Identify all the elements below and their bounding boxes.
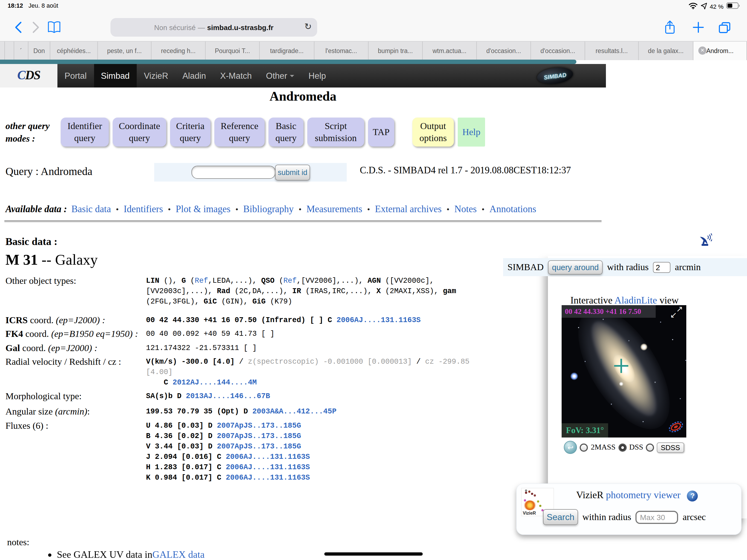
browser-tab[interactable]: resultats.l... bbox=[585, 42, 639, 60]
cds-logo[interactable]: CDS bbox=[0, 64, 57, 87]
radio-sdss[interactable] bbox=[646, 443, 654, 452]
tap-button[interactable]: TAP bbox=[368, 118, 394, 147]
value-text bbox=[146, 378, 164, 387]
available-data-link[interactable]: • bbox=[482, 205, 485, 214]
available-data-link[interactable]: • bbox=[116, 205, 119, 214]
available-data-link[interactable]: • bbox=[235, 205, 238, 214]
available-data-link[interactable]: • bbox=[367, 205, 370, 214]
submit-id-button[interactable]: submit id bbox=[275, 164, 310, 180]
aladin-logo[interactable] bbox=[668, 421, 684, 435]
radio-dss[interactable] bbox=[618, 443, 626, 452]
fov-label: FoV: 3.31° bbox=[562, 423, 609, 437]
value-text: (), bbox=[159, 277, 182, 285]
available-data-link[interactable]: External archives bbox=[375, 203, 442, 215]
nav-help[interactable]: Help bbox=[301, 64, 333, 87]
nav-other[interactable]: Other bbox=[259, 64, 302, 87]
browser-tab[interactable]: Don bbox=[28, 42, 50, 60]
cds-navbar: CDS Portal Simbad VizieR Aladin X-Match … bbox=[0, 64, 606, 87]
radio-telescope-icon[interactable] bbox=[699, 232, 712, 248]
vizier-radius-input[interactable] bbox=[636, 510, 678, 524]
aladin-title-post: view bbox=[657, 295, 679, 306]
close-tab-icon[interactable]: ✕ bbox=[698, 47, 706, 55]
coordinate-query-button[interactable]: Coordinate query bbox=[113, 118, 166, 147]
browser-tab[interactable]: d'occasion... bbox=[477, 42, 531, 60]
nav-aladin[interactable]: Aladin bbox=[175, 64, 213, 87]
bookmarks-icon[interactable] bbox=[47, 20, 61, 35]
identifier-input[interactable] bbox=[191, 166, 276, 179]
nav-vizier[interactable]: VizieR bbox=[137, 64, 175, 87]
browser-tab[interactable] bbox=[0, 42, 5, 60]
radio-2mass[interactable] bbox=[580, 443, 588, 452]
available-data-link[interactable]: Notes bbox=[455, 203, 477, 215]
browser-tab[interactable]: tardigrade... bbox=[260, 42, 314, 60]
query-bar: Query : Andromeda submit id C.D.S. - SIM… bbox=[0, 163, 747, 185]
url-field[interactable]: Non sécurisé — simbad.u-strasbg.fr ↻ bbox=[110, 18, 317, 36]
row-angular-size: Angular size (arcmin): 199.53 70.79 35 (… bbox=[5, 406, 547, 417]
vizier-search-row: Search within radius arcsec bbox=[543, 509, 738, 525]
value-text: 00 40 00.092 +40 59 41.73 [ ] bbox=[146, 330, 275, 338]
help-button[interactable]: Help bbox=[458, 118, 485, 147]
browser-tab[interactable] bbox=[5, 42, 14, 60]
survey-sdss-button[interactable]: SDSS bbox=[657, 442, 684, 453]
inactive-tabs: ´Doncéphéides...peste, un f...receding h… bbox=[0, 42, 693, 60]
value-text: z(spectroscopic) -0.001000 [0.000013] bbox=[248, 358, 412, 366]
value-text: C bbox=[164, 378, 173, 387]
reload-icon[interactable]: ↻ bbox=[304, 21, 312, 32]
tabs-overview-icon[interactable] bbox=[718, 20, 732, 35]
back-button[interactable] bbox=[11, 20, 25, 35]
photometry-viewer-link[interactable]: photometry viewer bbox=[606, 489, 680, 501]
page-title: Andromeda bbox=[0, 89, 606, 104]
nav-portal[interactable]: Portal bbox=[57, 64, 94, 87]
new-tab-icon[interactable] bbox=[691, 20, 705, 35]
script-submission-button[interactable]: Script submission bbox=[307, 118, 364, 147]
reference-query-button[interactable]: Reference query bbox=[214, 118, 265, 147]
value-text: IR bbox=[292, 287, 301, 295]
value-text: / bbox=[239, 358, 248, 366]
browser-tab[interactable]: bumpin tra... bbox=[368, 42, 423, 60]
output-options-button[interactable]: Output options bbox=[412, 118, 454, 147]
share-icon[interactable] bbox=[663, 20, 677, 35]
home-indicator[interactable] bbox=[324, 552, 423, 556]
available-data-link[interactable]: Measurements bbox=[307, 203, 362, 215]
browser-tab[interactable]: peste, un f... bbox=[98, 42, 152, 60]
note-text: See GALEX UV data in bbox=[57, 549, 152, 560]
value-text: ( bbox=[275, 277, 283, 285]
identifier-query-button[interactable]: Identifier query bbox=[61, 118, 109, 147]
criteria-query-button[interactable]: Criteria query bbox=[170, 118, 210, 147]
available-data-link[interactable]: Basic data bbox=[71, 203, 111, 215]
undo-button[interactable]: ↩ bbox=[564, 441, 577, 454]
browser-tab[interactable]: receding h... bbox=[152, 42, 206, 60]
query-around-button[interactable]: query around bbox=[548, 260, 602, 274]
available-data-link[interactable]: Plot & images bbox=[176, 203, 231, 215]
browser-tab[interactable]: de la galax... bbox=[639, 42, 693, 60]
value-text: (GIN), bbox=[217, 298, 252, 306]
aladinlite-link[interactable]: AladinLite bbox=[614, 295, 657, 306]
aladin-coords-overlay: 00 42 44.330 +41 16 7.50 bbox=[562, 305, 656, 318]
available-data-link[interactable]: Annotations bbox=[489, 203, 536, 215]
help-question-icon[interactable]: ? bbox=[687, 490, 698, 502]
fullscreen-icon[interactable]: ↗↙ bbox=[668, 305, 684, 322]
nav-simbad[interactable]: Simbad bbox=[94, 64, 137, 87]
available-data-link[interactable]: • bbox=[168, 205, 171, 214]
nav-xmatch[interactable]: X-Match bbox=[213, 64, 259, 87]
row-label-text: Other object types: bbox=[5, 276, 76, 286]
search-button[interactable]: Search bbox=[543, 509, 578, 525]
aladinlite-view[interactable]: 00 42 44.330 +41 16 7.50 ↗↙ FoV: 3.31° bbox=[562, 305, 686, 437]
browser-tab[interactable]: l'estomac... bbox=[314, 42, 368, 60]
available-data-link[interactable]: • bbox=[299, 205, 302, 214]
forward-button[interactable] bbox=[28, 20, 43, 35]
browser-tab[interactable]: céphéides... bbox=[50, 42, 98, 60]
basic-query-button[interactable]: Basic query bbox=[268, 118, 304, 147]
status-date: Jeu. 8 août bbox=[28, 2, 58, 9]
browser-tab[interactable]: wtm.actua... bbox=[423, 42, 477, 60]
available-data-link[interactable]: Bibliography bbox=[243, 203, 294, 215]
browser-tab[interactable]: Pourquoi T... bbox=[206, 42, 260, 60]
browser-tab[interactable]: d'occasion... bbox=[531, 42, 585, 60]
active-tab[interactable]: ✕ Androm... bbox=[693, 42, 747, 60]
browser-tab[interactable]: ´ bbox=[14, 42, 28, 60]
galex-data-link[interactable]: GALEX data bbox=[152, 549, 205, 560]
available-data-link[interactable]: • bbox=[446, 205, 449, 214]
row-label-text: Radial velocity / Redshift / cz : bbox=[5, 357, 121, 367]
radius-input[interactable] bbox=[653, 262, 670, 273]
available-data-link[interactable]: Identifiers bbox=[124, 203, 163, 215]
